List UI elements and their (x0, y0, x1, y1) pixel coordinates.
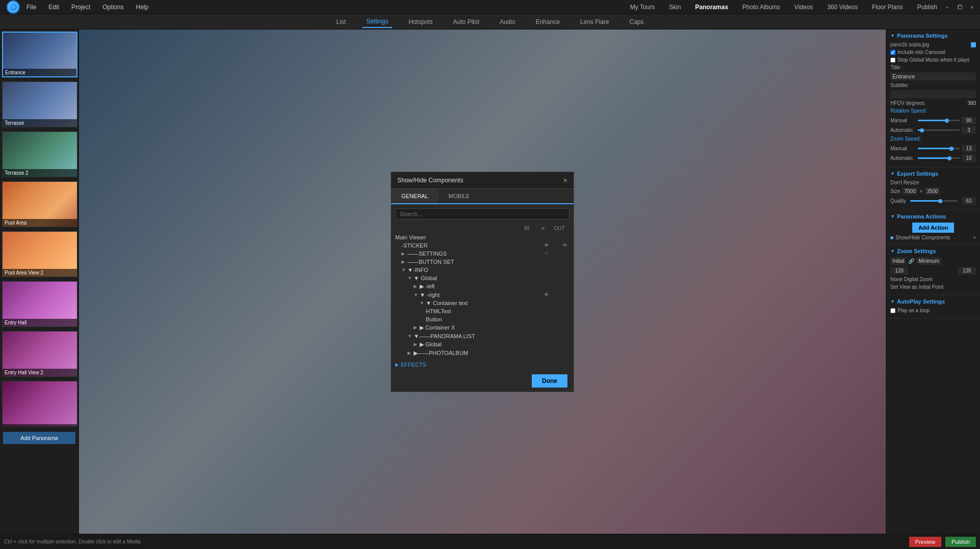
tab-caps[interactable]: Caps (625, 16, 648, 28)
autoplay-settings-header[interactable]: ▼ AutoPlay Settings (890, 298, 976, 305)
tree-main-viewer[interactable]: Main Viewer (391, 233, 574, 241)
right-in-icon: 👁 (542, 292, 551, 297)
tree-button[interactable]: Button (391, 315, 574, 323)
export-settings-title: Export Settings (897, 171, 938, 177)
pano-thumb-terrasse2[interactable]: Terrasse 2 (2, 131, 77, 177)
manual-zoom-slider[interactable] (918, 148, 960, 149)
pano-thumb-entry-hall[interactable]: Entry Hall (2, 281, 77, 327)
tree-panorama-list[interactable]: ▼ ▼——PANORAMA LIST (391, 332, 574, 340)
automatic-rotation-value: 3 (962, 126, 976, 134)
filename-text: pano1b sopia.jpg (890, 42, 969, 47)
action-item-show-hide[interactable]: Show/Hide Components × (890, 235, 976, 240)
tree-container-text[interactable]: ▼ ▼ Container text (391, 299, 574, 307)
panorama-actions-title: Panorama Actions (897, 213, 946, 219)
stop-global-label: Stop Global Music when it plays (897, 57, 970, 63)
nav-skin[interactable]: Skin (667, 4, 683, 11)
nav-floor-plans[interactable]: Floor Plans (870, 4, 905, 11)
pano-thumb-entry-hall-view2[interactable]: Entry Hall View 2 (2, 331, 77, 377)
menu-help[interactable]: Help (134, 4, 151, 11)
pano-thumb-pool-area-view2[interactable]: Pool Area View 2 (2, 231, 77, 277)
tab-list[interactable]: List (332, 16, 350, 28)
minimize-button[interactable]: − (943, 4, 951, 11)
size-height[interactable]: 3500 (925, 187, 940, 195)
effects-row[interactable]: ▶ EFFECTS (391, 360, 574, 370)
export-settings-header[interactable]: ▼ Export Settings (890, 171, 976, 177)
left-panel: Entrance Terrasse Terrasse 2 Pool Area P… (0, 30, 79, 534)
menu-items: File Edit Project Options Help (24, 4, 150, 11)
done-button[interactable]: Done (532, 374, 567, 388)
title-value[interactable]: Entrance (890, 72, 976, 80)
pano-thumb-terrasse[interactable]: Terrasse (2, 81, 77, 127)
modal-close-button[interactable]: × (563, 176, 567, 184)
tab-audio[interactable]: Audio (496, 16, 520, 28)
zoom-settings-header[interactable]: ▼ Zoom Settings (890, 248, 976, 254)
pano-thumb-entrance[interactable]: Entrance (2, 32, 77, 77)
automatic-zoom-slider[interactable] (918, 157, 960, 159)
tree-photoalbum[interactable]: ▶ ▶——PHOTOALBUM (391, 349, 574, 358)
tree-global-panorama[interactable]: ▶ ▶ Global (391, 340, 574, 349)
pano-thumb-pool-area[interactable]: Pool Area (2, 181, 77, 227)
nav-360-videos[interactable]: 360 Videos (825, 4, 860, 11)
stop-global-checkbox[interactable] (890, 58, 895, 63)
manual-zoom-row: Manual 13 (890, 145, 976, 152)
tree-sticker[interactable]: -STICKER 👁 👁 (391, 241, 574, 250)
nav-panoramas[interactable]: Panoramas (693, 4, 730, 11)
tab-settings[interactable]: Settings (362, 16, 392, 28)
modal-tab-general[interactable]: GENERAL (391, 189, 439, 203)
tree-container-x[interactable]: ▶ ▶ Container X (391, 323, 574, 332)
tab-lens-flare[interactable]: Lens Flare (576, 16, 613, 28)
quality-slider[interactable] (910, 200, 958, 202)
nav-publish[interactable]: Publish (915, 4, 939, 11)
action-remove-button[interactable]: × (973, 235, 976, 240)
nav-photo-albums[interactable]: Photo Albums (741, 4, 782, 11)
zoom-settings-section: ▼ Zoom Settings Initial 🔗 Minimum 120 13… (886, 245, 980, 295)
col-header-out: OUT (549, 226, 569, 231)
modal-tab-mobile[interactable]: MOBILE (439, 189, 480, 203)
tree-html-text[interactable]: HTMLText (391, 307, 574, 315)
zoom-minimum-value[interactable]: 135 (958, 267, 976, 274)
automatic-label: Automatic (890, 127, 916, 133)
pano-thumb-8[interactable] (2, 381, 77, 427)
settings-in-icon: 👁 (542, 251, 551, 256)
tab-hotspots[interactable]: Hotspots (404, 16, 437, 28)
size-width[interactable]: 7000 (902, 187, 917, 195)
add-panorama-button[interactable]: Add Panorama (3, 432, 75, 444)
menu-bar: File Edit Project Options Help My Tours … (0, 0, 980, 14)
modal-title: Show/Hide Components (397, 177, 563, 184)
quality-value: 63 (962, 197, 976, 205)
autoplay-loop-checkbox[interactable] (890, 308, 895, 313)
tab-bar: List Settings Hotspots Auto Pilot Audio … (0, 14, 980, 30)
panorama-actions-header[interactable]: ▼ Panorama Actions (890, 213, 976, 219)
automatic-rotation-slider[interactable] (918, 129, 960, 131)
publish-button[interactable]: Publish (945, 537, 976, 547)
tab-enhance[interactable]: Enhance (532, 16, 564, 28)
zoom-minimum-label: Minimum (916, 257, 941, 265)
nav-my-tours[interactable]: My Tours (628, 4, 657, 11)
menu-project[interactable]: Project (69, 4, 92, 11)
tree-right[interactable]: ▼ ▼ -right 👁 (391, 291, 574, 299)
sticker-out-icon: 👁 (560, 242, 569, 248)
search-input[interactable] (395, 208, 569, 219)
add-action-button[interactable]: Add Action (912, 223, 954, 233)
maximize-button[interactable]: ⧠ (956, 4, 964, 11)
set-view-row[interactable]: Set View as Initial Point (890, 284, 976, 290)
tree-settings[interactable]: ▶ ——SETTINGS 👁 (391, 250, 574, 258)
menu-file[interactable]: File (24, 4, 38, 11)
include-carousel-checkbox[interactable] (890, 50, 895, 55)
nav-videos[interactable]: Videos (793, 4, 815, 11)
panorama-settings-header[interactable]: ▼ Panorama Settings (890, 33, 976, 39)
tree-button-set[interactable]: ▶ ——BUTTON SET (391, 258, 574, 266)
pano-label-pool-area: Pool Area (3, 219, 77, 227)
tree-left[interactable]: ▶ ▶ -left (391, 282, 574, 291)
preview-button[interactable]: Preview (909, 537, 941, 547)
tab-auto-pilot[interactable]: Auto Pilot (449, 16, 483, 28)
zoom-initial-value[interactable]: 120 (890, 267, 908, 274)
menu-edit[interactable]: Edit (46, 4, 61, 11)
tree-global[interactable]: ▼ ▼ Global (391, 274, 574, 282)
manual-rotation-slider[interactable] (918, 120, 960, 121)
subtitle-value[interactable] (890, 90, 976, 98)
tree-info[interactable]: ▼ ▼-INFO (391, 266, 574, 274)
close-button[interactable]: × (968, 4, 976, 11)
menu-options[interactable]: Options (100, 4, 125, 11)
size-x-separator: × (920, 188, 923, 194)
